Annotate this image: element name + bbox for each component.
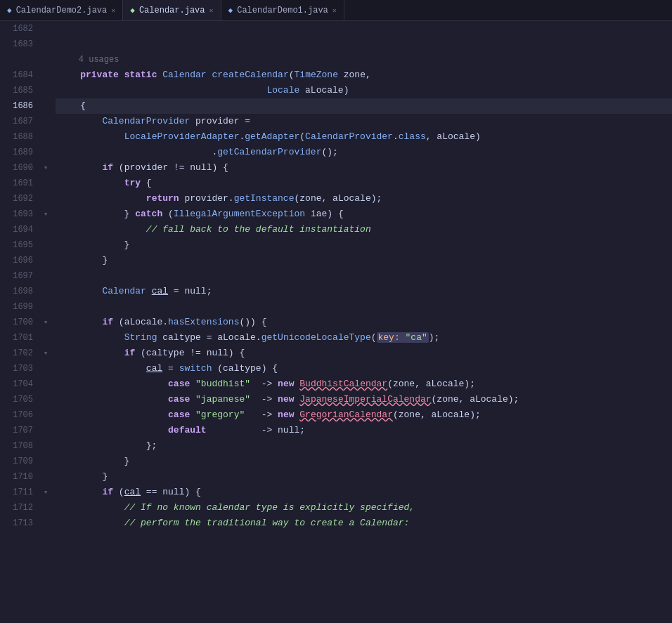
gutter-line-1706: 1706 <box>0 407 33 423</box>
tab-calendar[interactable]: ◆ Calendar.java ✕ <box>123 0 221 20</box>
tab-calendardemo2[interactable]: ◆ CalendarDemo2.java ✕ <box>0 0 123 20</box>
fold-1683 <box>39 37 53 52</box>
fold-1713 <box>39 516 53 531</box>
editor-container: ◆ CalendarDemo2.java ✕ ◆ Calendar.java ✕… <box>0 0 672 623</box>
fold-1706 <box>39 407 53 423</box>
code-area[interactable]: 4 usages private static Calendar createC… <box>53 21 672 623</box>
gutter-line-1683: 1683 <box>0 37 33 52</box>
code-line-1710: } <box>56 469 672 485</box>
gutter-line-1697: 1697 <box>0 268 33 284</box>
fold-1709 <box>39 454 53 469</box>
code-line-1704: case "buddhist" -> new BuddhistCalendar(… <box>56 376 672 392</box>
code-line-1699 <box>56 299 672 315</box>
fold-1695 <box>39 237 53 253</box>
tab-close-calendar[interactable]: ✕ <box>209 6 214 15</box>
gutter-line-1703: 1703 <box>0 361 33 376</box>
code-line-1685: Locale aLocale) <box>56 83 672 98</box>
gutter-line-1695: 1695 <box>0 237 33 253</box>
fold-1708 <box>39 438 53 454</box>
code-line-1698: Calendar cal = null; <box>56 284 672 299</box>
gutter-line-1713: 1713 <box>0 516 33 531</box>
fold-1692 <box>39 191 53 206</box>
gutter-line-1684: 1684 <box>0 67 33 83</box>
gutter-line-1710: 1710 <box>0 469 33 485</box>
tab-label-calendardemo1: CalendarDemo1.java <box>237 6 328 15</box>
fold-1699 <box>39 299 53 315</box>
editor-body: 1682 1683 1684 1685 1686 1687 1688 1689 … <box>0 21 672 623</box>
tab-icon-calendardemo2: ◆ <box>7 6 12 15</box>
code-line-1683 <box>56 37 672 52</box>
code-line-1709: } <box>56 454 672 469</box>
code-line-1684: private static Calendar createCalendar(T… <box>56 67 672 83</box>
gutter-line-1708: 1708 <box>0 438 33 454</box>
code-line-1693: } catch (IllegalArgumentException iae) { <box>56 206 672 222</box>
gutter-line-1694: 1694 <box>0 222 33 237</box>
fold-1687 <box>39 114 53 129</box>
code-line-1686: { <box>56 98 672 114</box>
fold-1700[interactable]: ▾ <box>39 315 53 330</box>
code-line-1690: if (provider != null) { <box>56 160 672 176</box>
code-line-1706: case "gregory" -> new GregorianCalendar(… <box>56 407 672 423</box>
fold-1696 <box>39 253 53 268</box>
fold-1705 <box>39 392 53 407</box>
fold-1698 <box>39 284 53 299</box>
gutter-line-1688: 1688 <box>0 129 33 145</box>
tab-bar: ◆ CalendarDemo2.java ✕ ◆ Calendar.java ✕… <box>0 0 672 21</box>
gutter-line-1709: 1709 <box>0 454 33 469</box>
fold-1686 <box>39 98 53 114</box>
fold-1682 <box>39 21 53 37</box>
code-line-1712: // If no known calendar type is explicit… <box>56 500 672 516</box>
gutter-line-1685: 1685 <box>0 83 33 98</box>
gutter-line-1699: 1699 <box>0 299 33 315</box>
gutter-line-1712: 1712 <box>0 500 33 516</box>
gutter-line-1707: 1707 <box>0 423 33 438</box>
tab-close-calendardemo1[interactable]: ✕ <box>332 6 337 15</box>
fold-1703 <box>39 361 53 376</box>
gutter-line-usages <box>0 52 33 67</box>
gutter-line-1687: 1687 <box>0 114 33 129</box>
code-line-1702: if (caltype != null) { <box>56 346 672 361</box>
fold-1702[interactable]: ▾ <box>39 346 53 361</box>
tab-label-calendardemo2: CalendarDemo2.java <box>16 6 108 15</box>
code-line-1701: String caltype = aLocale.getUnicodeLocal… <box>56 330 672 346</box>
gutter-line-1701: 1701 <box>0 330 33 346</box>
gutter-line-1711: 1711 <box>0 485 33 500</box>
gutter-line-1689: 1689 <box>0 145 33 160</box>
gutter-line-1696: 1696 <box>0 253 33 268</box>
tab-icon-calendar: ◆ <box>130 6 135 15</box>
gutter-line-1682: 1682 <box>0 21 33 37</box>
code-line-1708: }; <box>56 438 672 454</box>
fold-1707 <box>39 423 53 438</box>
code-line-1711: if (cal == null) { <box>56 485 672 500</box>
gutter-line-1692: 1692 <box>0 191 33 206</box>
fold-1693[interactable]: ▾ <box>39 206 53 222</box>
code-line-1696: } <box>56 253 672 268</box>
code-line-1692: return provider.getInstance(zone, aLocal… <box>56 191 672 206</box>
fold-1710 <box>39 469 53 485</box>
tab-label-calendar: Calendar.java <box>139 6 205 15</box>
gutter-line-1705: 1705 <box>0 392 33 407</box>
gutter-line-1704: 1704 <box>0 376 33 392</box>
gutter-line-1691: 1691 <box>0 176 33 191</box>
code-line-1695: } <box>56 237 672 253</box>
gutter-line-1693: 1693 <box>0 206 33 222</box>
tab-close-calendardemo2[interactable]: ✕ <box>111 6 115 15</box>
code-line-1707: default -> null; <box>56 423 672 438</box>
fold-usages <box>39 52 53 67</box>
line-numbers-gutter: 1682 1683 1684 1685 1686 1687 1688 1689 … <box>0 21 39 623</box>
fold-1684 <box>39 67 53 83</box>
fold-1711[interactable]: ▾ <box>39 485 53 500</box>
fold-1690[interactable]: ▾ <box>39 160 53 176</box>
fold-1712 <box>39 500 53 516</box>
fold-1688 <box>39 129 53 145</box>
code-line-1694: // fall back to the default instantiatio… <box>56 222 672 237</box>
code-line-1705: case "japanese" -> new JapaneseImperialC… <box>56 392 672 407</box>
fold-1704 <box>39 376 53 392</box>
usages-hint: 4 usages <box>56 52 672 67</box>
tab-icon-calendardemo1: ◆ <box>228 6 233 15</box>
code-line-1713: // perform the traditional way to create… <box>56 516 672 531</box>
tab-calendardemo1[interactable]: ◆ CalendarDemo1.java ✕ <box>221 0 344 20</box>
code-line-1697 <box>56 268 672 284</box>
fold-1685 <box>39 83 53 98</box>
gutter-line-1700: 1700 <box>0 315 33 330</box>
